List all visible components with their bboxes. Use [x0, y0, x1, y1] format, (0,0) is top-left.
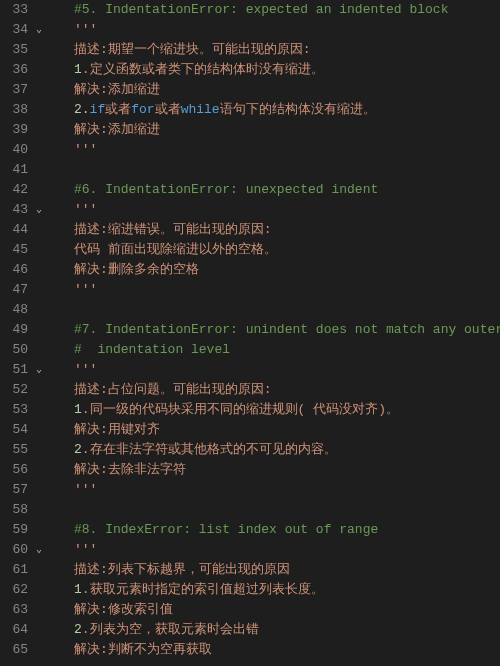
line-number: 62 [0, 580, 28, 600]
code-line[interactable]: ''' [46, 140, 500, 160]
code-token: 代码 前面出现除缩进以外的空格。 [74, 242, 277, 257]
line-number: 47 [0, 280, 28, 300]
code-token: 解决:删除多余的空格 [74, 262, 199, 277]
code-token: 解决:添加缩进 [74, 82, 160, 97]
line-number: 37 [0, 80, 28, 100]
line-number: 38 [0, 100, 28, 120]
line-number: 35 [0, 40, 28, 60]
code-token: .列表为空，获取元素时会出错 [82, 622, 259, 637]
code-line[interactable]: 1.定义函数或者类下的结构体时没有缩进。 [46, 60, 500, 80]
code-token: ''' [74, 362, 97, 377]
code-token: 解决:添加缩进 [74, 122, 160, 137]
code-line[interactable]: 解决:用键对齐 [46, 420, 500, 440]
code-token: 2 [74, 442, 82, 457]
code-token: 描述:占位问题。可能出现的原因: [74, 382, 272, 397]
line-number: 49 [0, 320, 28, 340]
code-token: # indentation level [74, 342, 230, 357]
chevron-down-icon[interactable]: ⌄ [32, 20, 46, 40]
line-number: 36 [0, 60, 28, 80]
line-number: 65 [0, 640, 28, 660]
code-line[interactable]: #7. IndentationError: unindent does not … [46, 320, 500, 340]
code-line[interactable]: #8. IndexError: list index out of range [46, 520, 500, 540]
code-line[interactable]: ''' [46, 20, 500, 40]
line-number: 33 [0, 0, 28, 20]
code-token: ''' [74, 202, 97, 217]
chevron-down-icon[interactable]: ⌄ [32, 360, 46, 380]
line-number: 48 [0, 300, 28, 320]
code-token: 2 [74, 622, 82, 637]
code-token: 解决:判断不为空再获取 [74, 642, 212, 657]
code-line[interactable]: 描述:期望一个缩进块。可能出现的原因: [46, 40, 500, 60]
line-number: 61 [0, 560, 28, 580]
code-line[interactable]: ''' [46, 540, 500, 560]
code-line[interactable]: 解决:修改索引值 [46, 600, 500, 620]
code-line[interactable]: 代码 前面出现除缩进以外的空格。 [46, 240, 500, 260]
code-token: #8. IndexError: list index out of range [74, 522, 378, 537]
line-number: 42 [0, 180, 28, 200]
code-line[interactable]: ''' [46, 360, 500, 380]
code-line[interactable]: ''' [46, 200, 500, 220]
code-area[interactable]: #5. IndentationError: expected an indent… [46, 0, 500, 666]
chevron-down-icon[interactable]: ⌄ [32, 200, 46, 220]
line-number: 55 [0, 440, 28, 460]
code-token: .定义函数或者类下的结构体时没有缩进。 [82, 62, 324, 77]
line-number: 43 [0, 200, 28, 220]
code-token: 或者 [155, 102, 181, 117]
code-line[interactable]: 2.列表为空，获取元素时会出错 [46, 620, 500, 640]
line-number: 45 [0, 240, 28, 260]
code-token: 1 [74, 62, 82, 77]
code-token: ''' [74, 542, 97, 557]
code-line[interactable]: 解决:删除多余的空格 [46, 260, 500, 280]
code-line[interactable] [46, 300, 500, 320]
code-line[interactable] [46, 160, 500, 180]
code-token: #5. IndentationError: expected an indent… [74, 2, 448, 17]
code-token: 描述:列表下标越界，可能出现的原因 [74, 562, 290, 577]
code-token: 解决:去除非法字符 [74, 462, 186, 477]
code-token: .获取元素时指定的索引值超过列表长度。 [82, 582, 324, 597]
code-line[interactable]: 2.if或者for或者while语句下的结构体没有缩进。 [46, 100, 500, 120]
code-token: 语句下的结构体没有缩进。 [220, 102, 376, 117]
line-number-gutter: 3334353637383940414243444546474849505152… [0, 0, 32, 666]
line-number: 53 [0, 400, 28, 420]
line-number: 39 [0, 120, 28, 140]
code-line[interactable]: 描述:占位问题。可能出现的原因: [46, 380, 500, 400]
code-line[interactable]: 描述:缩进错误。可能出现的原因: [46, 220, 500, 240]
code-line[interactable]: # indentation level [46, 340, 500, 360]
line-number: 58 [0, 500, 28, 520]
line-number: 54 [0, 420, 28, 440]
line-number: 52 [0, 380, 28, 400]
code-token: 解决:用键对齐 [74, 422, 160, 437]
chevron-down-icon[interactable]: ⌄ [32, 540, 46, 560]
code-token: ''' [74, 482, 97, 497]
fold-column: ⌄⌄⌄⌄ [32, 0, 46, 666]
line-number: 59 [0, 520, 28, 540]
code-line[interactable] [46, 500, 500, 520]
code-line[interactable]: 描述:列表下标越界，可能出现的原因 [46, 560, 500, 580]
code-token: if [90, 102, 106, 117]
line-number: 41 [0, 160, 28, 180]
code-token: 描述:缩进错误。可能出现的原因: [74, 222, 272, 237]
line-number: 34 [0, 20, 28, 40]
code-line[interactable]: ''' [46, 280, 500, 300]
code-token: ''' [74, 22, 97, 37]
code-line[interactable]: 解决:去除非法字符 [46, 460, 500, 480]
code-token: .存在非法字符或其他格式的不可见的内容。 [82, 442, 337, 457]
code-token: 解决:修改索引值 [74, 602, 173, 617]
code-token: 1 [74, 582, 82, 597]
line-number: 50 [0, 340, 28, 360]
code-editor[interactable]: 3334353637383940414243444546474849505152… [0, 0, 500, 666]
code-token: 或者 [105, 102, 131, 117]
code-line[interactable]: 1.同一级的代码块采用不同的缩进规则( 代码没对齐)。 [46, 400, 500, 420]
code-line[interactable]: #5. IndentationError: expected an indent… [46, 0, 500, 20]
code-line[interactable]: #6. IndentationError: unexpected indent [46, 180, 500, 200]
code-line[interactable]: ''' [46, 480, 500, 500]
code-token: 1 [74, 402, 82, 417]
code-line[interactable]: 1.获取元素时指定的索引值超过列表长度。 [46, 580, 500, 600]
code-line[interactable]: 解决:添加缩进 [46, 120, 500, 140]
line-number: 64 [0, 620, 28, 640]
code-line[interactable]: 解决:添加缩进 [46, 80, 500, 100]
code-line[interactable]: 解决:判断不为空再获取 [46, 640, 500, 660]
code-line[interactable]: 2.存在非法字符或其他格式的不可见的内容。 [46, 440, 500, 460]
line-number: 60 [0, 540, 28, 560]
code-token: #7. IndentationError: unindent does not … [74, 322, 500, 337]
